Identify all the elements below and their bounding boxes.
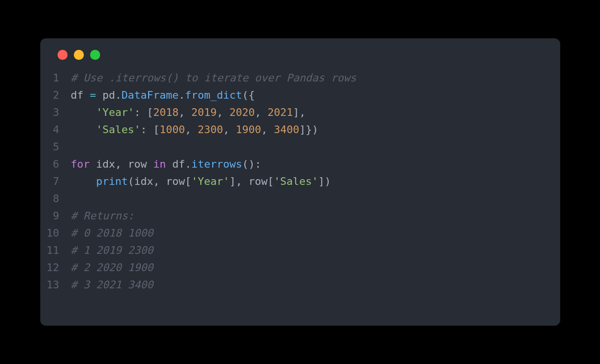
code-token: from_dict [185,89,242,101]
code-token: 2020 [230,106,255,118]
close-icon[interactable] [58,50,68,60]
code-token: # 0 2018 1000 [71,227,153,239]
code-token: DataFrame [122,89,179,101]
code-line: 10# 0 2018 1000 [40,225,551,242]
window-titlebar [40,50,560,69]
line-number: 9 [40,207,71,225]
code-token: # 2 2020 1900 [71,262,153,273]
code-line: 2df = pd.DataFrame.from_dict({ [40,87,551,104]
code-token: . [179,89,185,101]
code-token: ], [293,106,306,118]
code-token: 'Year' [96,106,134,118]
line-content: # 0 2018 1000 [71,225,153,242]
code-line: 1# Use .iterrows() to iterate over Panda… [40,69,551,87]
code-token: 2019 [191,106,217,118]
code-token: 'Year' [191,175,229,187]
line-content [71,138,77,156]
code-token: : [ [134,106,153,118]
code-line: 6for idx, row in df.iterrows(): [40,156,551,173]
code-token: 3400 [274,124,299,136]
code-token: , [255,106,268,118]
line-number: 2 [40,87,71,104]
code-token: ]) [318,175,331,187]
line-content: 'Sales': [1000, 2300, 1900, 3400]}) [71,121,319,138]
code-token: , [179,106,192,118]
code-token: for [71,158,90,170]
code-token: 1900 [236,124,261,136]
line-number: 6 [40,156,71,173]
code-line: 5 [40,138,551,156]
code-token: 1000 [160,124,185,136]
line-number: 1 [40,69,71,87]
line-number: 8 [40,190,71,207]
code-token: : [ [140,124,160,136]
code-token: ({ [242,89,255,101]
code-token: , [185,124,198,136]
code-token: print [96,175,127,187]
code-token: df [71,89,90,101]
code-line: 12# 2 2020 1900 [40,259,551,276]
code-token: , [217,106,230,118]
code-line: 8 [40,190,551,207]
line-content: # Returns: [71,207,134,225]
line-content: # 2 2020 1900 [71,259,153,276]
line-content: df = pd.DataFrame.from_dict({ [71,87,255,104]
code-token: # 3 2021 3400 [71,279,153,291]
code-token: ]}) [299,124,318,136]
code-line: 4 'Sales': [1000, 2300, 1900, 3400]}) [40,121,551,138]
maximize-icon[interactable] [90,50,100,60]
code-line: 11# 1 2019 2300 [40,242,551,259]
line-content: # 3 2021 3400 [71,276,153,294]
code-token: # Returns: [71,210,134,222]
line-content: for idx, row in df.iterrows(): [71,156,261,173]
code-token: (): [242,158,261,170]
code-window: 1# Use .iterrows() to iterate over Panda… [40,38,560,326]
line-content: # 1 2019 2300 [71,242,153,259]
code-token: = [90,89,96,101]
code-token: df. [166,158,191,170]
code-token: , [223,124,236,136]
line-number: 12 [40,259,71,276]
code-token: 2021 [267,106,293,118]
line-number: 3 [40,104,71,121]
code-token: iterrows [191,158,242,170]
line-content: print(idx, row['Year'], row['Sales']) [71,173,331,190]
code-token: in [153,158,166,170]
code-token: 'Sales' [274,175,318,187]
code-token: idx, row [90,158,153,170]
line-number: 5 [40,138,71,156]
code-editor[interactable]: 1# Use .iterrows() to iterate over Panda… [40,69,560,294]
code-token: 2018 [153,106,179,118]
code-token: (idx, row[ [128,175,191,187]
line-number: 4 [40,121,71,138]
code-token: . [115,89,121,101]
code-token: , [261,124,274,136]
code-token: 'Sales' [96,124,140,136]
minimize-icon[interactable] [74,50,84,60]
line-content: # Use .iterrows() to iterate over Pandas… [71,69,357,87]
code-line: 3 'Year': [2018, 2019, 2020, 2021], [40,104,551,121]
line-content: 'Year': [2018, 2019, 2020, 2021], [71,104,306,121]
line-number: 11 [40,242,71,259]
line-number: 13 [40,276,71,294]
line-number: 7 [40,173,71,190]
code-token: ], row[ [230,175,274,187]
code-token [71,106,96,118]
code-token: # 1 2019 2300 [71,244,153,256]
code-token [71,124,96,136]
code-line: 13# 3 2021 3400 [40,276,551,294]
code-token: pd [96,89,115,101]
code-line: 9# Returns: [40,207,551,225]
code-line: 7 print(idx, row['Year'], row['Sales']) [40,173,551,190]
code-token: # Use .iterrows() to iterate over Pandas… [71,72,357,84]
code-token: 2300 [197,124,223,136]
line-content [71,190,77,207]
line-number: 10 [40,225,71,242]
code-token [71,175,96,187]
